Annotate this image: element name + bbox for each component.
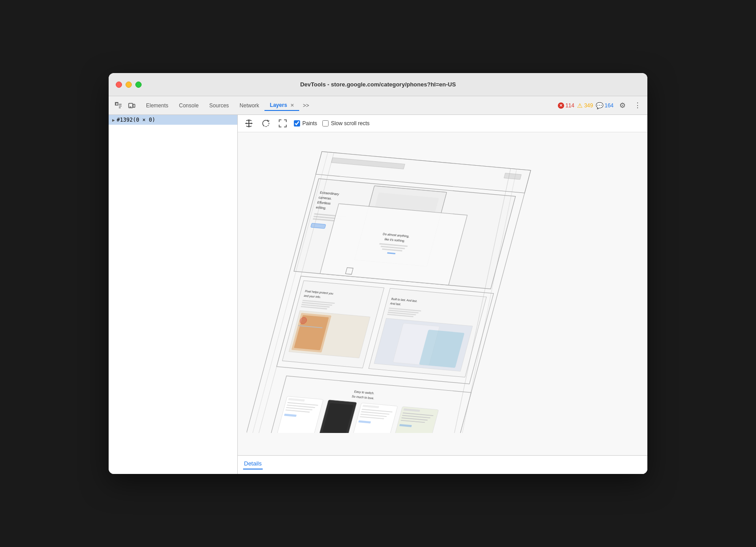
layers-viewport[interactable]: Extraordinary cameras. Effortless editin… — [238, 132, 647, 455]
devtools-window: DevTools - store.google.com/category/pho… — [109, 73, 647, 474]
settings-button[interactable]: ⚙ — [616, 99, 629, 112]
inspect-element-icon[interactable] — [112, 99, 125, 112]
device-toggle-icon[interactable] — [126, 99, 138, 112]
tab-network[interactable]: Network — [234, 101, 264, 110]
info-badge[interactable]: 💬 164 — [596, 102, 614, 109]
svg-rect-31 — [320, 204, 467, 285]
minimize-button[interactable] — [126, 82, 132, 88]
svg-rect-2 — [115, 102, 116, 105]
svg-marker-14 — [251, 122, 252, 124]
tab-console[interactable]: Console — [174, 101, 204, 110]
titlebar: DevTools - store.google.com/category/pho… — [109, 73, 647, 96]
layers-svg-container: Extraordinary cameras. Effortless editin… — [247, 137, 647, 433]
layers-sidebar: ▶ #1392(0 × 0) — [109, 115, 238, 474]
layers-main-panel: Paints Slow scroll rects — [238, 115, 647, 474]
more-options-button[interactable]: ⋮ — [631, 99, 644, 112]
sidebar-item-label: #1392(0 × 0) — [117, 117, 155, 123]
devtools-toolbar: Elements Console Sources Network Layers … — [109, 96, 647, 115]
tab-layers[interactable]: Layers ✕ — [264, 100, 299, 111]
window-title: DevTools - store.google.com/category/pho… — [300, 81, 456, 88]
paints-checkbox[interactable] — [294, 120, 300, 127]
tab-sources[interactable]: Sources — [204, 101, 234, 110]
svg-rect-7 — [133, 104, 135, 107]
more-tabs-button[interactable]: >> — [299, 101, 313, 110]
devtools-body: ▶ #1392(0 × 0) — [109, 115, 647, 474]
error-count: 114 — [565, 102, 574, 109]
sidebar-item-root[interactable]: ▶ #1392(0 × 0) — [109, 115, 237, 125]
warning-count: 349 — [584, 102, 593, 109]
slow-scroll-checkbox[interactable] — [322, 120, 329, 127]
info-icon: 💬 — [596, 102, 603, 109]
info-count: 164 — [605, 102, 614, 109]
error-badge[interactable]: ✕ 114 — [558, 102, 574, 109]
fit-tool-icon[interactable] — [277, 118, 289, 129]
details-tab[interactable]: Details — [243, 460, 263, 469]
traffic-lights — [116, 82, 142, 88]
layers-toolbar: Paints Slow scroll rects — [238, 115, 647, 132]
slow-scroll-label: Slow scroll rects — [331, 120, 370, 127]
rotate-tool-icon[interactable] — [260, 118, 272, 129]
tab-elements[interactable]: Elements — [141, 101, 174, 110]
maximize-button[interactable] — [135, 82, 142, 88]
warning-icon: ⚠ — [577, 102, 583, 109]
slow-scroll-checkbox-label[interactable]: Slow scroll rects — [322, 120, 370, 127]
tab-layers-close[interactable]: ✕ — [290, 103, 294, 108]
toolbar-right: ✕ 114 ⚠ 349 💬 164 ⚙ ⋮ — [558, 99, 644, 112]
paints-checkbox-label[interactable]: Paints — [294, 120, 317, 127]
tree-arrow: ▶ — [112, 118, 115, 122]
svg-marker-13 — [245, 122, 247, 124]
error-icon: ✕ — [558, 102, 564, 109]
close-button[interactable] — [116, 82, 122, 88]
details-bar: Details — [238, 455, 647, 474]
pan-tool-icon[interactable] — [243, 118, 255, 129]
warning-badge[interactable]: ⚠ 349 — [577, 102, 593, 109]
tabs-container: Elements Console Sources Network Layers … — [141, 100, 313, 111]
paints-label: Paints — [302, 120, 317, 127]
